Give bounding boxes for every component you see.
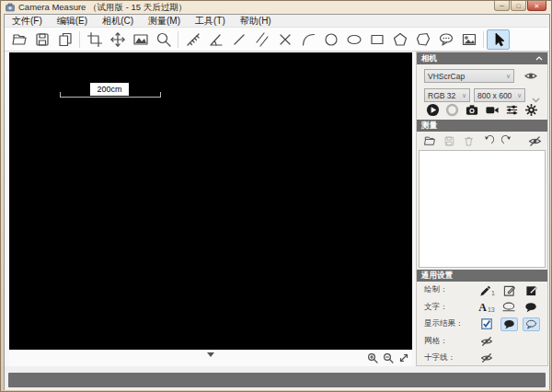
camera-format-value: RGB 32 (428, 91, 455, 100)
close-button[interactable]: ✕ (527, 1, 546, 11)
adjust-button[interactable] (505, 103, 519, 121)
draw-settings-row: 绘制： 1 (417, 282, 547, 299)
ruler-tool-button[interactable] (181, 29, 204, 50)
grid-visibility-button[interactable] (476, 336, 498, 347)
measure-section-header[interactable]: 测量 (417, 120, 547, 132)
crosshair-settings-row: 十字线： (417, 350, 547, 367)
stop-icon (445, 103, 459, 117)
undo-button[interactable] (482, 135, 494, 147)
draw-edit-button[interactable] (498, 284, 520, 296)
copy-button[interactable] (53, 29, 76, 50)
stop-button[interactable] (445, 103, 459, 121)
menu-tools[interactable]: 工具(T) (188, 14, 233, 29)
camera-resolution-select[interactable]: 800 x 600∨ (474, 88, 525, 102)
fit-view-button[interactable] (397, 352, 409, 363)
angle-tool-button[interactable] (204, 29, 227, 50)
eye-off-icon (528, 135, 542, 147)
circle-tool-button[interactable] (319, 29, 342, 50)
camera-preview-toggle[interactable] (523, 69, 538, 83)
trash-icon (463, 135, 475, 147)
canvas[interactable]: 200cm (9, 52, 412, 350)
histogram-icon (132, 31, 149, 48)
draw-label: 绘制： (417, 284, 476, 295)
measurement-label[interactable]: 200cm (90, 83, 129, 96)
collapse-panel-arrow-icon[interactable] (207, 352, 214, 357)
label-style-plain-button[interactable] (498, 302, 520, 312)
crop-tool-button[interactable] (83, 29, 106, 50)
redo-button[interactable] (501, 135, 513, 147)
zoom-in-button[interactable] (366, 352, 378, 363)
bottom-area (5, 366, 549, 390)
minimize-button[interactable]: ─ (494, 1, 510, 11)
zoom-out-button[interactable] (382, 352, 394, 363)
camera-format-select[interactable]: RGB 32∨ (424, 88, 470, 102)
callout-icon (438, 31, 454, 48)
ellipse-tool-button[interactable] (342, 29, 365, 50)
rectangle-tool-button[interactable] (365, 29, 388, 50)
pentagon-tool-button[interactable] (388, 29, 411, 50)
label-style-bubble-button[interactable] (520, 302, 542, 313)
magnifier-tool-button[interactable] (152, 29, 175, 50)
compose-icon (503, 284, 515, 296)
cross-lines-icon (277, 31, 293, 48)
camera-section-header[interactable]: 相机 (417, 52, 547, 64)
menu-file[interactable]: 文件(F) (5, 14, 50, 29)
zoom-out-icon (383, 352, 394, 363)
arc-tool-button[interactable] (296, 29, 319, 50)
cursor-tool-button[interactable] (487, 29, 510, 50)
result-bubble-outline-button[interactable] (520, 317, 542, 331)
camera-source-select[interactable]: VHScrCap∨ (424, 69, 514, 83)
cross-lines-tool-button[interactable] (273, 29, 296, 50)
result-bubble-filled-button[interactable] (498, 317, 520, 331)
checkbox-checked-icon (481, 318, 492, 329)
menu-help[interactable]: 帮助(H) (233, 14, 279, 29)
bubble-filled-icon (503, 319, 515, 329)
line-tool-button[interactable] (227, 29, 250, 50)
show-results-checkbox[interactable] (476, 318, 498, 329)
move-tool-button[interactable] (106, 29, 129, 50)
polygon-tool-button[interactable] (411, 29, 434, 50)
image-icon (461, 31, 477, 48)
camera-source-value: VHScrCap (428, 72, 465, 81)
camera-resolution-value: 800 x 600 (477, 91, 512, 100)
crosshair-visibility-button[interactable] (476, 352, 498, 363)
snapshot-button[interactable] (465, 103, 479, 121)
image-tool-button[interactable] (457, 29, 480, 50)
measure-toolbar (417, 132, 547, 150)
save-button[interactable] (30, 29, 53, 50)
measurement-list[interactable] (419, 150, 546, 268)
record-button[interactable] (485, 103, 500, 121)
settings-section-header[interactable]: 通用设置 (417, 270, 547, 282)
menu-camera[interactable]: 相机(C) (95, 14, 141, 29)
compose-filled-icon (525, 284, 537, 296)
draw-edit-filled-button[interactable] (520, 284, 542, 296)
text-label: 文字： (417, 302, 476, 313)
measure-open-button[interactable] (423, 134, 436, 147)
save-icon (34, 31, 51, 48)
line-icon (231, 31, 247, 48)
measure-delete-button[interactable] (463, 135, 475, 147)
undo-icon (482, 135, 494, 147)
font-size-value: 13 (488, 306, 495, 313)
play-button[interactable] (426, 103, 440, 121)
chevron-up-icon (535, 56, 543, 61)
camera-icon (465, 103, 479, 117)
open-button[interactable] (7, 29, 30, 50)
font-button[interactable]: A 13 (476, 302, 498, 313)
window-title: Camera Measure （试用版 - 15 天后过期） (18, 2, 187, 14)
measurement-line[interactable] (60, 97, 161, 98)
font-icon: A (478, 302, 487, 313)
measure-visibility-button[interactable] (528, 135, 542, 147)
zoom-controls (366, 352, 409, 363)
histogram-button[interactable] (129, 29, 152, 50)
callout-tool-button[interactable] (434, 29, 457, 50)
parallel-lines-tool-button[interactable] (250, 29, 273, 50)
camera-settings-button[interactable] (524, 103, 538, 121)
menu-edit[interactable]: 编辑(E) (50, 14, 95, 29)
maximize-button[interactable]: □ (511, 1, 526, 11)
measure-save-button[interactable] (443, 135, 455, 147)
toolbar-separator (483, 31, 484, 48)
pen-style-button[interactable]: 1 (476, 284, 498, 296)
menu-measure[interactable]: 测量(M) (141, 14, 188, 29)
folder-open-icon (423, 134, 436, 147)
